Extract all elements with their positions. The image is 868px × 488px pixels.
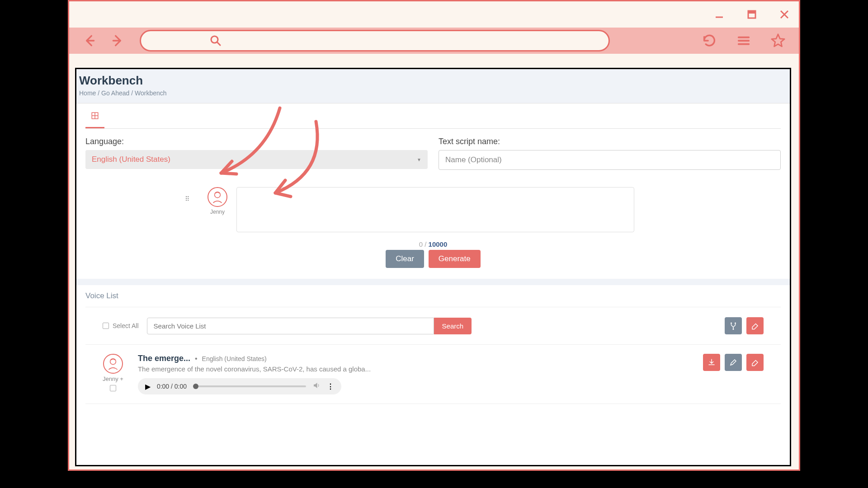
voice-toolbar: Select All Search <box>85 307 781 345</box>
url-bar[interactable] <box>140 30 610 52</box>
download-button[interactable] <box>703 354 720 371</box>
eraser-icon <box>751 358 759 366</box>
select-all-checkbox[interactable]: Select All <box>103 322 139 329</box>
avatar-icon <box>208 187 227 207</box>
grid-tab[interactable] <box>85 112 104 128</box>
audio-player[interactable]: ▶ 0:00 / 0:00 ⋮ <box>138 378 341 394</box>
svg-rect-2 <box>748 11 755 14</box>
minimize-button[interactable] <box>714 9 725 20</box>
tabs <box>85 103 781 129</box>
edit-button[interactable] <box>725 354 742 371</box>
voice-speaker-name: Jenny + <box>103 375 123 382</box>
speaker-avatar-block[interactable]: Jenny <box>208 187 227 215</box>
download-icon <box>708 358 716 366</box>
breadcrumb-current: Workbench <box>135 89 167 97</box>
content-frame: Workbench Home / Go Ahead / Workbench La… <box>75 68 791 466</box>
title-bar <box>69 1 799 28</box>
speaker-name: Jenny <box>210 209 225 215</box>
refresh-button[interactable] <box>701 33 717 49</box>
chevron-down-icon: ▼ <box>417 157 421 162</box>
search-icon <box>209 34 222 47</box>
language-label: Language: <box>85 137 428 146</box>
voice-avatar-icon <box>103 354 123 374</box>
filter-icon <box>729 322 737 330</box>
page-header: Workbench Home / Go Ahead / Workbench <box>76 69 790 103</box>
script-textarea[interactable] <box>236 187 634 232</box>
breadcrumb: Home / Go Ahead / Workbench <box>79 89 787 97</box>
breadcrumb-home[interactable]: Home <box>79 89 96 97</box>
script-name-label: Text script name: <box>439 137 781 146</box>
svg-point-16 <box>733 328 734 330</box>
voice-desc: The emergence of the novel coronavirus, … <box>138 365 689 373</box>
audio-slider[interactable] <box>193 385 306 387</box>
forward-button[interactable] <box>111 33 125 48</box>
generate-button[interactable]: Generate <box>429 250 481 268</box>
svg-line-6 <box>217 42 220 45</box>
audio-time: 0:00 / 0:00 <box>157 383 187 390</box>
voice-item-checkbox[interactable] <box>110 385 116 391</box>
volume-icon[interactable] <box>312 381 321 391</box>
delete-button[interactable] <box>746 354 764 371</box>
nav-bar <box>69 28 799 54</box>
pencil-icon <box>729 358 737 366</box>
language-value: English (United States) <box>92 155 170 164</box>
audio-menu-icon[interactable]: ⋮ <box>327 382 334 391</box>
voice-search-input[interactable] <box>147 318 434 334</box>
page-title: Workbench <box>79 74 787 88</box>
svg-point-15 <box>735 323 736 324</box>
maximize-button[interactable] <box>746 9 757 20</box>
drag-handle[interactable]: ⠿ <box>185 195 189 202</box>
clear-button[interactable]: Clear <box>386 250 424 268</box>
breadcrumb-goahead[interactable]: Go Ahead <box>101 89 129 97</box>
back-button[interactable] <box>82 33 96 48</box>
char-counter: 0 / 10000 <box>85 240 781 248</box>
menu-button[interactable] <box>736 33 752 49</box>
voice-list-header: Voice List <box>85 285 781 307</box>
grid-icon <box>91 112 99 120</box>
voice-lang: English (United States) <box>202 355 267 362</box>
play-icon[interactable]: ▶ <box>145 382 151 391</box>
delete-all-button[interactable] <box>746 317 764 334</box>
merge-button[interactable] <box>725 317 742 334</box>
close-button[interactable] <box>779 9 790 20</box>
voice-item: Jenny + The emerge... • English (United … <box>85 345 781 404</box>
bookmark-button[interactable] <box>770 33 786 49</box>
svg-point-14 <box>731 323 732 324</box>
voice-title[interactable]: The emerge... <box>138 354 190 363</box>
voice-search-button[interactable]: Search <box>434 318 472 334</box>
eraser-icon <box>751 322 759 330</box>
script-name-input[interactable] <box>439 150 781 170</box>
language-select[interactable]: English (United States) ▼ <box>85 150 428 169</box>
